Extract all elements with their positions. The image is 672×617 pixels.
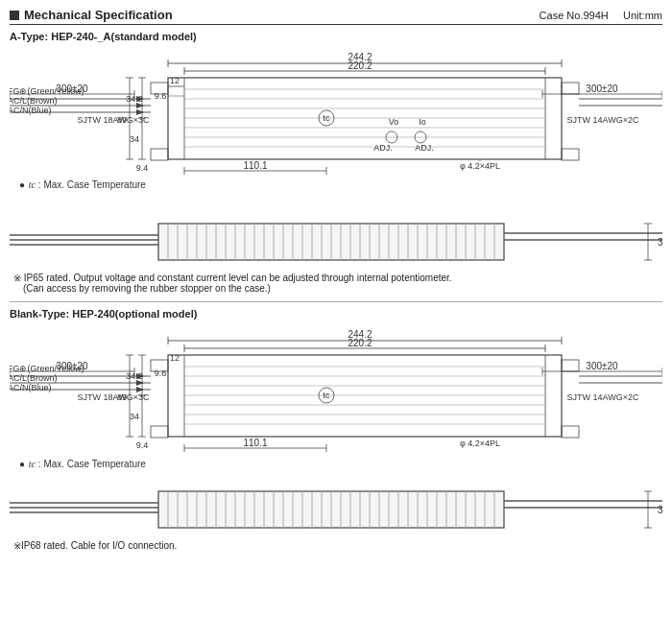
diagram-a-top: 244.2 220.2 12 9.6 <box>10 46 662 214</box>
svg-rect-144 <box>562 426 579 438</box>
svg-text:FG⊕(Green/Yellow): FG⊕(Green/Yellow) <box>10 86 84 96</box>
svg-text:ADJ.: ADJ. <box>373 143 393 153</box>
svg-text:9.6: 9.6 <box>155 368 167 378</box>
ip-note-a: ※ IP65 rated. Output voltage and constan… <box>13 273 662 294</box>
svg-text:34.2: 34.2 <box>126 371 143 381</box>
unit: Unit:mm <box>623 10 662 21</box>
svg-text:AC/L(Brown): AC/L(Brown) <box>10 373 58 383</box>
svg-rect-24 <box>562 83 579 94</box>
svg-text:34.2: 34.2 <box>126 94 143 104</box>
ip-note-a-text: ※ IP65 rated. Output voltage and constan… <box>13 273 452 283</box>
svg-text:FG⊕(Green/Yellow): FG⊕(Green/Yellow) <box>10 364 84 373</box>
svg-text:SJTW 18AWG×3C: SJTW 18AWG×3C <box>78 115 150 125</box>
section-b: Blank-Type: HEP-240(optional model) 244.… <box>10 308 662 551</box>
svg-text:89: 89 <box>117 392 127 402</box>
svg-text:tc: tc <box>323 113 330 123</box>
svg-text:SJTW 18AWG×3C: SJTW 18AWG×3C <box>78 392 150 402</box>
svg-text:9.4: 9.4 <box>136 163 149 173</box>
ip-note-a-text2: (Can access by removing the rubber stopp… <box>23 283 271 294</box>
header: Mechanical Specification Case No.994H Un… <box>10 8 662 25</box>
svg-text:tc: tc <box>323 391 330 400</box>
svg-text:9.4: 9.4 <box>136 440 149 450</box>
svg-text:AC/L(Brown): AC/L(Brown) <box>10 96 58 106</box>
ip-note-b: ※IP68 rated. Cable for I/O connection. <box>13 540 662 551</box>
diagram-b-side: 38.8 <box>10 484 662 536</box>
svg-text:φ 4.2×4PL: φ 4.2×4PL <box>460 161 500 171</box>
header-title: Mechanical Specification <box>10 8 173 22</box>
svg-text:9.6: 9.6 <box>155 91 167 101</box>
diagram-a-side: 38.8 <box>10 216 662 269</box>
svg-text:Io: Io <box>419 117 426 127</box>
svg-text:220.2: 220.2 <box>348 338 372 348</box>
divider <box>10 301 662 302</box>
svg-text:●
         tc
         : Max. : ● tc : Max. Case Temperature <box>19 459 146 469</box>
svg-text:110.1: 110.1 <box>243 438 267 448</box>
ip-note-b-text: ※IP68 rated. Cable for I/O connection. <box>13 540 177 551</box>
diagram-b-top: 244.2 220.2 12 9.6 <box>10 323 662 482</box>
svg-text:AC/N(Blue): AC/N(Blue) <box>10 383 52 392</box>
svg-text:89: 89 <box>117 115 127 125</box>
section-b-title: Blank-Type: HEP-240(optional model) <box>10 308 662 320</box>
svg-text:38.8: 38.8 <box>658 505 662 515</box>
svg-rect-143 <box>562 360 579 371</box>
svg-text:34: 34 <box>130 134 139 144</box>
svg-text:34: 34 <box>130 412 139 421</box>
header-icon <box>10 11 19 20</box>
page: Mechanical Specification Case No.994H Un… <box>0 0 672 617</box>
case-no: Case No.994H <box>540 10 609 21</box>
svg-text:ADJ.: ADJ. <box>415 143 434 153</box>
section-a: A-Type: HEP-240-_A(standard model) 244.2… <box>10 31 662 294</box>
title-text: Mechanical Specification <box>24 8 173 22</box>
svg-text:SJTW 14AWG×2C: SJTW 14AWG×2C <box>567 392 639 402</box>
svg-text:38.8: 38.8 <box>658 237 662 248</box>
svg-rect-23 <box>151 149 168 160</box>
svg-rect-142 <box>151 426 168 438</box>
section-a-title: A-Type: HEP-240-_A(standard model) <box>10 31 662 42</box>
svg-text:300±20: 300±20 <box>586 361 618 371</box>
svg-text:SJTW 14AWG×2C: SJTW 14AWG×2C <box>567 115 639 125</box>
svg-text:φ 4.2×4PL: φ 4.2×4PL <box>460 439 500 448</box>
header-info: Case No.994H Unit:mm <box>540 10 662 21</box>
svg-text:300±20: 300±20 <box>586 83 618 94</box>
svg-text:110.1: 110.1 <box>243 160 267 171</box>
svg-text:●
         tc
         : Max. : ● tc : Max. Case Temperature <box>19 179 146 190</box>
svg-rect-25 <box>562 149 579 160</box>
svg-text:AC/N(Blue): AC/N(Blue) <box>10 106 52 115</box>
svg-text:Vo: Vo <box>389 117 399 127</box>
svg-text:220.2: 220.2 <box>348 60 372 71</box>
